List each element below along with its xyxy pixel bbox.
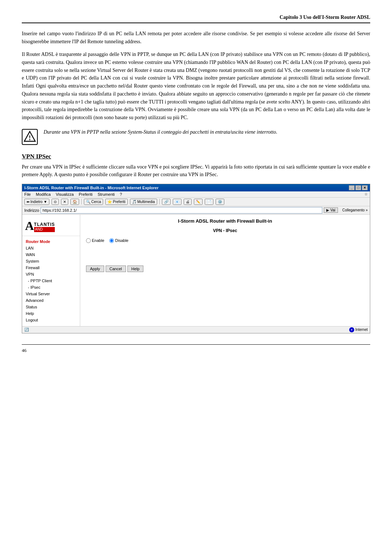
logo-tlantis: TLANTIS xyxy=(34,222,55,227)
close-button[interactable]: ✕ xyxy=(362,185,368,190)
home-button[interactable]: 🏠 xyxy=(70,199,79,205)
browser-titlebar: I-Storm ADSL Router with Firewall Built-… xyxy=(22,184,370,191)
paragraph-2: Il Router ADSL è trasparente al passaggi… xyxy=(22,50,370,121)
menu-preferiti[interactable]: Preferiti xyxy=(79,192,93,197)
page-number: 46 xyxy=(22,348,370,353)
sidebar-item-virtual-server[interactable]: Virtual Server xyxy=(22,291,80,297)
enable-radio-label[interactable]: Enable xyxy=(86,238,104,243)
sidebar-item-status[interactable]: Status xyxy=(22,304,80,310)
titlebar-buttons: _ □ ✕ xyxy=(349,185,368,190)
sidebar-item-wan[interactable]: WAN xyxy=(22,251,80,258)
disable-radio[interactable] xyxy=(109,238,114,243)
sidebar-item-vpn[interactable]: VPN xyxy=(22,271,80,278)
internet-status: e Internet xyxy=(349,327,368,332)
chapter-title: Capitolo 3 Uso dell'I-Storm Router ADSL xyxy=(279,15,370,20)
sidebar-item-ipsec[interactable]: - IPsec xyxy=(22,284,80,291)
collegamento-label: Collegamento » xyxy=(342,208,368,212)
logo-and: AND xyxy=(34,227,55,232)
enable-disable-row: Enable Disable xyxy=(86,238,364,243)
media-button[interactable]: 🎵 Multimedia xyxy=(130,199,157,205)
stop-button[interactable]: ⊙ xyxy=(52,199,59,205)
browser-main-area: I-Storm ADSL Router with Firewall Built-… xyxy=(80,215,370,326)
browser-content: A TLANTIS AND Router Mode LAN WAN System… xyxy=(22,215,370,326)
warning-icon: ! xyxy=(22,129,38,145)
brand-logo: A TLANTIS AND xyxy=(22,218,80,236)
browser-toolbar: ⬅ Indietro ▼ ⊙ ✕ 🏠 🔍 Cerca ⭐ Preferiti 🎵… xyxy=(22,198,370,206)
enable-disable-group: Enable Disable xyxy=(86,238,128,243)
status-loading: 🔄 xyxy=(24,328,29,332)
disable-label: Disable xyxy=(115,238,128,243)
sidebar-item-help[interactable]: Help xyxy=(22,310,80,317)
page-header: Capitolo 3 Uso dell'I-Storm Router ADSL xyxy=(22,15,370,23)
browser-window: I-Storm ADSL Router with Firewall Built-… xyxy=(22,184,370,333)
browser-statusbar: 🔄 e Internet xyxy=(22,326,370,333)
sidebar-item-router-mode[interactable]: Router Mode xyxy=(22,238,80,245)
internet-icon: e xyxy=(349,327,354,332)
page-button[interactable]: 📄 xyxy=(205,199,213,205)
sidebar-item-firewall[interactable]: Firewall xyxy=(22,264,80,271)
vpn-ipsec-subtitle: VPN - IPsec xyxy=(86,228,364,233)
address-label: Indirizzo xyxy=(24,208,39,212)
disable-radio-label[interactable]: Disable xyxy=(109,238,128,243)
maximize-button[interactable]: □ xyxy=(355,185,361,190)
logo-letter-a: A xyxy=(25,220,34,232)
favorites-button[interactable]: ⭐ Preferiti xyxy=(105,199,127,205)
refresh-button[interactable]: ✕ xyxy=(61,199,68,205)
note-text: Durante una VPN in PPTP nella sezione Sy… xyxy=(44,128,277,136)
vpn-intro-text: Per creare una VPN in IPSec è sufficient… xyxy=(22,163,370,179)
browser-menubar: File Modifica Visualizza Preferiti Strum… xyxy=(22,191,370,198)
note-box: ! Durante una VPN in PPTP nella sezione … xyxy=(22,128,370,145)
section-title-vpn: VPN IPSec xyxy=(22,153,370,160)
minimize-button[interactable]: _ xyxy=(349,185,355,190)
search-button[interactable]: 🔍 Cerca xyxy=(84,199,103,205)
svg-text:!: ! xyxy=(29,134,31,142)
menu-extra: ☆ xyxy=(364,192,368,197)
browser-title: I-Storm ADSL Router with Firewall Built-… xyxy=(24,186,159,190)
print-button[interactable]: 🖨 xyxy=(184,199,192,205)
router-main-title: I-Storm ADSL Router with Firewall Built-… xyxy=(86,218,364,224)
menu-visualizza[interactable]: Visualizza xyxy=(56,192,74,197)
menu-modifica[interactable]: Modifica xyxy=(36,192,51,197)
toolbar-separator xyxy=(81,199,82,204)
page-footer: 46 xyxy=(22,344,370,353)
internet-label: Internet xyxy=(355,328,368,332)
enable-label: Enable xyxy=(92,238,104,243)
form-spacer xyxy=(86,246,364,260)
edit-button[interactable]: ✏️ xyxy=(194,199,203,205)
address-bar-row: Indirizzo ▶ Vai Collegamento » xyxy=(22,206,370,215)
menu-strumenti[interactable]: Strumenti xyxy=(98,192,115,197)
menu-file[interactable]: File xyxy=(24,192,31,197)
menu-help[interactable]: ? xyxy=(120,192,122,197)
settings-button[interactable]: ⚙️ xyxy=(216,199,224,205)
go-button[interactable]: ▶ Vai xyxy=(324,207,338,213)
apply-button[interactable]: Apply xyxy=(86,266,104,272)
toolbar-separator2 xyxy=(159,199,160,204)
cancel-button[interactable]: Cancel xyxy=(106,266,126,272)
sidebar-item-pptp[interactable]: - PPTP Client xyxy=(22,278,80,284)
help-button[interactable]: Help xyxy=(127,266,144,272)
back-button[interactable]: ⬅ Indietro ▼ xyxy=(24,199,49,205)
sidebar-item-system[interactable]: System xyxy=(22,258,80,264)
sidebar-item-advanced[interactable]: Advanced xyxy=(22,297,80,304)
mail-button[interactable]: 📧 xyxy=(173,199,181,205)
paragraph-1: Inserire nel campo vuoto l'indirizzo IP … xyxy=(22,30,370,45)
links-button[interactable]: 🔗 xyxy=(162,199,171,205)
sidebar-item-logout[interactable]: Logout xyxy=(22,317,80,323)
browser-sidebar: A TLANTIS AND Router Mode LAN WAN System… xyxy=(22,215,80,326)
sidebar-item-lan[interactable]: LAN xyxy=(22,245,80,251)
form-button-row: Apply Cancel Help xyxy=(86,266,364,272)
address-input[interactable] xyxy=(41,207,322,214)
enable-radio[interactable] xyxy=(86,238,91,243)
